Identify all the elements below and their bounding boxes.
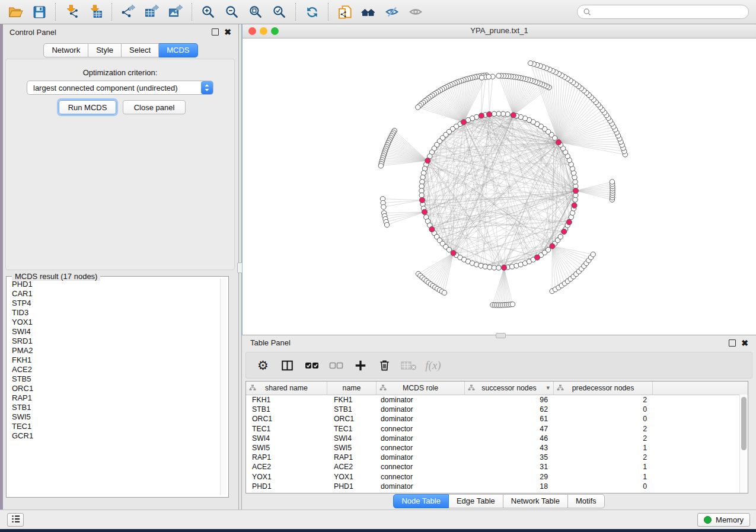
delete-column-button[interactable]: [374, 355, 395, 376]
graph-hub-node[interactable]: [419, 197, 425, 203]
mcds-result-item[interactable]: SRD1: [8, 336, 220, 346]
graph-hub-node[interactable]: [556, 140, 561, 145]
graph-hub-node[interactable]: [502, 265, 507, 270]
table-row[interactable]: YOX1YOX1connector291: [246, 472, 748, 482]
export-network-button[interactable]: [116, 2, 140, 22]
close-panel-button[interactable]: Close panel: [123, 100, 186, 114]
graph-node[interactable]: [420, 175, 425, 180]
mcds-result-item[interactable]: TEC1: [8, 422, 220, 431]
panel-menu-button[interactable]: [7, 513, 24, 527]
close-panel-icon[interactable]: ✖: [224, 29, 231, 35]
column-header-name[interactable]: name: [327, 382, 377, 395]
mcds-result-item[interactable]: PHD1: [8, 280, 220, 289]
graph-hub-node[interactable]: [451, 251, 456, 256]
graph-node[interactable]: [419, 184, 424, 188]
tab-mcds[interactable]: MCDS: [159, 43, 197, 57]
mcds-result-item[interactable]: ACE2: [8, 365, 220, 374]
column-header-shared-name[interactable]: shared name: [246, 382, 327, 395]
split-panel-button[interactable]: [276, 355, 298, 376]
tab-network[interactable]: Network: [43, 43, 88, 57]
search-input[interactable]: [592, 8, 748, 17]
graph-node[interactable]: [509, 264, 514, 269]
table-tab-edge-table[interactable]: Edge Table: [449, 494, 503, 508]
mcds-result-item[interactable]: FKH1: [8, 355, 220, 365]
graph-hub-node[interactable]: [573, 188, 578, 193]
graph-node[interactable]: [496, 265, 501, 270]
table-row[interactable]: ACE2ACE2connector311: [246, 462, 748, 472]
mcds-result-item[interactable]: STB5: [8, 374, 220, 384]
zoom-fit-button[interactable]: [244, 2, 267, 22]
graph-node[interactable]: [486, 75, 491, 79]
table-row[interactable]: RAP1RAP1dominator352: [246, 453, 748, 462]
graph-node[interactable]: [573, 180, 578, 184]
table-tab-node-table[interactable]: Node Table: [393, 494, 449, 508]
column-header-MCDS-role[interactable]: MCDS role: [377, 382, 465, 395]
graph-hub-node[interactable]: [429, 226, 435, 232]
tab-style[interactable]: Style: [88, 43, 122, 57]
graph-node[interactable]: [496, 111, 501, 116]
float-table-panel-icon[interactable]: [729, 339, 736, 347]
zoom-in-button[interactable]: [196, 2, 220, 22]
mcds-result-item[interactable]: GCR1: [8, 431, 220, 441]
table-row[interactable]: PHD1PHD1dominator180: [246, 482, 748, 491]
graph-hub-node[interactable]: [479, 113, 484, 118]
search-box[interactable]: [577, 5, 749, 19]
graph-hub-node[interactable]: [572, 203, 577, 208]
tab-select[interactable]: Select: [122, 43, 159, 57]
graph-node[interactable]: [479, 75, 484, 80]
network-view-titlebar[interactable]: YPA_prune.txt_1: [243, 24, 756, 39]
graph-node[interactable]: [416, 105, 420, 110]
network-canvas[interactable]: [243, 38, 755, 334]
column-header-predecessor-nodes[interactable]: predecessor nodes: [554, 382, 653, 395]
table-tab-network-table[interactable]: Network Table: [503, 494, 568, 508]
graph-node[interactable]: [384, 222, 389, 227]
graph-node[interactable]: [610, 180, 614, 184]
table-tab-motifs[interactable]: Motifs: [568, 494, 605, 508]
graph-node[interactable]: [419, 193, 424, 197]
graph-hub-node[interactable]: [562, 229, 567, 234]
graph-hub-node[interactable]: [422, 209, 427, 214]
save-session-button[interactable]: [27, 2, 51, 22]
float-panel-icon[interactable]: [212, 28, 219, 36]
first-neighbors-button[interactable]: [356, 2, 380, 22]
graph-hub-node[interactable]: [550, 243, 555, 249]
table-settings-button[interactable]: ⚙: [252, 355, 274, 376]
mcds-result-item[interactable]: TID3: [8, 308, 220, 318]
mcds-list-scrollbar[interactable]: [220, 278, 227, 495]
export-table-button[interactable]: [140, 2, 164, 22]
table-scrollbar[interactable]: [739, 395, 748, 493]
graph-node[interactable]: [421, 171, 426, 175]
graph-node[interactable]: [528, 60, 533, 65]
graph-node[interactable]: [378, 164, 383, 168]
open-file-button[interactable]: [4, 2, 27, 22]
window-zoom-icon[interactable]: [271, 27, 279, 35]
mcds-result-item[interactable]: PMA2: [8, 346, 220, 355]
column-header-successor-nodes[interactable]: successor nodes▾: [465, 382, 554, 395]
zoom-out-button[interactable]: [220, 2, 244, 22]
mcds-result-item[interactable]: CAR1: [8, 289, 220, 299]
add-column-button[interactable]: [349, 355, 371, 376]
select-all-rows-button[interactable]: [301, 355, 323, 376]
graph-node[interactable]: [591, 252, 595, 257]
import-network-button[interactable]: [60, 2, 84, 22]
graph-node[interactable]: [381, 204, 386, 209]
graph-node[interactable]: [419, 188, 424, 193]
show-all-button[interactable]: [404, 2, 428, 22]
memory-button[interactable]: Memory: [697, 513, 750, 527]
graph-hub-node[interactable]: [487, 111, 492, 117]
table-row[interactable]: STB1STB1dominator620: [246, 405, 748, 414]
graph-node[interactable]: [496, 73, 501, 78]
window-close-icon[interactable]: [248, 27, 256, 35]
table-row[interactable]: SWI5SWI5connector431: [246, 443, 748, 453]
mcds-result-item[interactable]: SWI5: [8, 412, 220, 422]
graph-hub-node[interactable]: [461, 120, 466, 125]
graph-hub-node[interactable]: [511, 113, 516, 118]
window-minimize-icon[interactable]: [260, 27, 267, 35]
export-image-button[interactable]: [164, 2, 187, 22]
graph-node[interactable]: [442, 290, 446, 295]
mcds-result-item[interactable]: SWI4: [8, 327, 220, 336]
duplicate-network-button[interactable]: [333, 2, 356, 22]
mcds-result-item[interactable]: STB1: [8, 403, 220, 412]
graph-hub-node[interactable]: [425, 158, 430, 164]
hide-selected-button[interactable]: [380, 2, 404, 22]
